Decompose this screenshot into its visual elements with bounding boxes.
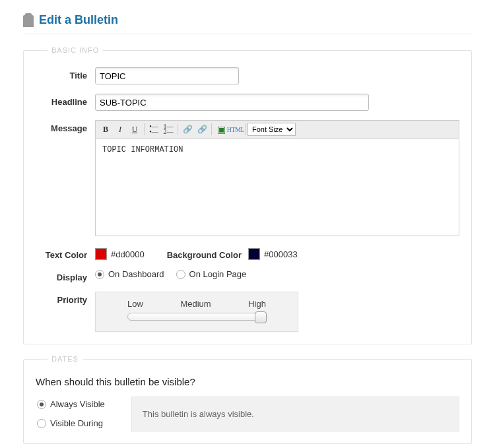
display-dashboard-label: On Dashboard (108, 269, 164, 279)
unordered-list-button[interactable]: •—•— (147, 123, 161, 136)
priority-slider[interactable] (127, 313, 266, 321)
dates-question: When should this bulletin be visible? (36, 376, 459, 387)
toolbar-separator (245, 123, 246, 135)
message-label: Message (36, 120, 87, 133)
radio-icon (37, 400, 46, 409)
priority-row: Priority Low Medium High (36, 292, 459, 332)
message-row: Message B I U •—•— 1—2— 🔗 🔗 ▣ HTML Font … (36, 120, 459, 238)
display-row: Display On Dashboard On Login Page (36, 269, 459, 282)
bg-color-swatch[interactable] (248, 248, 260, 260)
priority-label: Priority (36, 292, 87, 305)
toolbar-separator (178, 123, 178, 135)
slider-thumb-icon[interactable] (255, 311, 267, 323)
unlink-button[interactable]: 🔗 (195, 123, 209, 136)
always-visible-label: Always Visible (50, 399, 105, 409)
radio-icon (95, 270, 104, 279)
visibility-options: Always Visible Visible During (37, 397, 117, 432)
text-color-value: #dd0000 (111, 248, 145, 259)
radio-icon (37, 419, 46, 428)
basic-info-legend: BASIC INFO (48, 46, 103, 54)
toolbar-separator (211, 123, 212, 135)
italic-button[interactable]: I (113, 123, 127, 136)
display-login-label: On Login Page (189, 269, 247, 279)
priority-box: Low Medium High (95, 292, 298, 332)
page-title: Edit a Bulletin (39, 13, 118, 27)
toolbar-separator (144, 123, 145, 135)
priority-low-label: Low (127, 299, 143, 309)
page-header: Edit a Bulletin (23, 13, 472, 34)
visibility-info-box: This bulletin is always visible. (131, 397, 459, 432)
title-input[interactable] (95, 67, 239, 84)
title-row: Title (36, 67, 459, 84)
message-textarea[interactable]: TOPIC INFORMATION (95, 139, 459, 236)
headline-label: Headline (36, 94, 87, 107)
dates-row: Always Visible Visible During This bulle… (36, 397, 459, 432)
basic-info-section: BASIC INFO Title Headline Message B I U … (23, 46, 472, 344)
title-label: Title (36, 67, 87, 80)
visible-during-label: Visible During (50, 418, 103, 428)
editor-wrap: B I U •—•— 1—2— 🔗 🔗 ▣ HTML Font Size TOP… (95, 120, 459, 238)
html-button[interactable]: HTML (228, 123, 243, 136)
headline-row: Headline (36, 94, 459, 111)
text-color-swatch[interactable] (95, 248, 107, 260)
bg-color-label: Background Color (167, 247, 242, 260)
ordered-list-button[interactable]: 1—2— (161, 123, 176, 136)
always-visible-radio[interactable]: Always Visible (37, 399, 105, 409)
image-button[interactable]: ▣ (214, 123, 228, 136)
underline-button[interactable]: U (127, 123, 142, 136)
editor-toolbar: B I U •—•— 1—2— 🔗 🔗 ▣ HTML Font Size (95, 120, 459, 139)
clipboard-icon (23, 15, 34, 27)
visibility-info-text: This bulletin is always visible. (143, 409, 254, 419)
bg-color-value: #000033 (264, 248, 298, 259)
text-color-label: Text Color (36, 247, 87, 260)
link-button[interactable]: 🔗 (180, 123, 195, 136)
dates-section: DATES When should this bulletin be visib… (23, 355, 472, 444)
priority-medium-label: Medium (180, 299, 211, 309)
radio-icon (176, 270, 185, 279)
dates-legend: DATES (48, 355, 82, 363)
color-row: Text Color #dd0000 Background Color #000… (36, 247, 459, 260)
display-login-radio[interactable]: On Login Page (176, 269, 247, 279)
font-size-select[interactable]: Font Size (248, 123, 296, 136)
bold-button[interactable]: B (98, 123, 113, 136)
visible-during-radio[interactable]: Visible During (37, 418, 105, 428)
display-dashboard-radio[interactable]: On Dashboard (95, 269, 164, 279)
headline-input[interactable] (95, 94, 369, 111)
display-label: Display (36, 269, 87, 282)
priority-high-label: High (248, 299, 266, 309)
priority-labels: Low Medium High (127, 299, 266, 309)
